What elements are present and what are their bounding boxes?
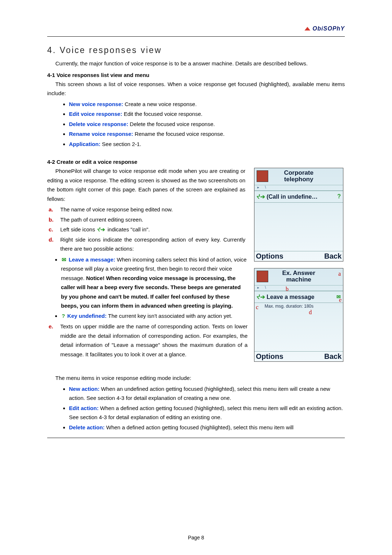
question-icon: ? <box>337 193 341 200</box>
item-c: c. Left side icons ᔪ➔ indicates "call in… <box>47 225 245 234</box>
intro-paragraph: Currently, the major function of voice r… <box>47 59 345 68</box>
softkey-back[interactable]: Back <box>324 252 342 260</box>
term: New voice response: <box>69 101 124 107</box>
sub41-heading: 4-1 Voice responses list view and menu <box>47 72 345 78</box>
item-b: b. The path of current editing screen. <box>47 215 245 224</box>
callin-icon: ᔪ➔ <box>257 194 265 200</box>
menu-intro: The menu items in voice response editing… <box>47 373 345 383</box>
desc: Delete the focused voice response. <box>130 121 215 127</box>
leave-message-icon: ✉ <box>61 255 67 264</box>
term: Leave a message: <box>69 256 117 263</box>
item-a: a. The name of voice response being edit… <box>47 205 245 214</box>
divider-bottom <box>47 438 345 438</box>
action-leave-message: ✉ Leave a message: When incoming callers… <box>61 255 259 311</box>
action-key-undefined: ? Key undefined: The current key isn't a… <box>61 311 259 321</box>
term: Edit action: <box>69 405 100 411</box>
desc: Create a new voice response. <box>124 101 196 107</box>
triangle-icon <box>305 27 310 31</box>
desc: See section 2-1. <box>102 141 141 147</box>
list-item: Edit voice response: Edit the focused vo… <box>69 109 345 119</box>
sub41-menu-list: New voice response: Create a new voice r… <box>47 100 345 149</box>
term: Delete action: <box>69 424 106 430</box>
notice-text: Notice! When recording voice message is … <box>61 275 241 309</box>
tabs-bar: ▸\ <box>254 285 343 291</box>
section-title: 4. Voice responses view <box>47 45 345 55</box>
annot-a: a <box>338 271 341 277</box>
actions-list: ✉ Leave a message: When incoming callers… <box>47 255 259 321</box>
list-item: Rename voice response: Rename the focuse… <box>69 129 345 139</box>
brand-logo: ObiSOPhY <box>305 25 345 32</box>
app-icon <box>257 271 268 282</box>
screenshot-corporate-telephony: Corporate telephony ▸\ ᔪ➔ (Call in undef… <box>254 168 343 262</box>
page-footer: Page 8 <box>0 535 392 540</box>
callin-icon: ᔪ➔ <box>257 294 265 300</box>
list-item: Application: See section 2-1. <box>69 139 345 149</box>
page-header: ObiSOPhY <box>47 23 345 34</box>
edit-mode-menu-list: New action: When an undefined action get… <box>47 384 345 432</box>
desc: Edit the focused voice response. <box>124 111 203 117</box>
annot-b: b <box>286 286 289 292</box>
annot-e: e <box>339 297 342 303</box>
list-item: Delete voice response: Delete the focuse… <box>69 119 345 129</box>
desc: When a defined action getting focused (h… <box>69 405 343 421</box>
term: New action: <box>69 386 101 392</box>
softkey-options[interactable]: Options <box>256 352 283 361</box>
annot-c: c <box>256 304 258 311</box>
term: Key undefined: <box>67 313 108 319</box>
letter-list: a. The name of voice response being edit… <box>47 205 245 254</box>
annot-d: d <box>309 309 312 316</box>
term: Application: <box>69 141 102 147</box>
sub42-heading: 4-2 Create or edit a voice response <box>47 159 345 165</box>
softkey-back[interactable]: Back <box>324 352 342 361</box>
desc: When a defined action getting focused (h… <box>106 424 294 430</box>
desc: The current key isn't associated with an… <box>108 313 232 319</box>
callin-icon: ᔪ➔ <box>97 225 106 234</box>
screenshot-ex-answer-machine: Ex. Answer machine ▸\ ᔪ➔ Leave a message… <box>254 268 343 362</box>
sub41-paragraph: This screen shows a list of voice respon… <box>47 80 345 98</box>
item-e: e. Texts on upper middle are the name of… <box>47 322 248 359</box>
divider-top <box>47 36 345 37</box>
term: Delete voice response: <box>69 121 130 127</box>
list-item: New voice response: Create a new voice r… <box>69 100 345 109</box>
item-d: d. Right side icons indicate the corresp… <box>47 235 245 254</box>
list-row[interactable]: ᔪ➔ Leave a message ✉ <box>254 291 343 303</box>
desc: Rename the focused voice response. <box>135 131 225 137</box>
term: Rename voice response: <box>69 131 135 137</box>
detail-text: Max. msg. duration: 180s <box>254 303 343 309</box>
question-icon: ? <box>61 311 66 321</box>
list-item: Delete action: When a defined action get… <box>69 423 345 432</box>
app-icon <box>257 170 268 182</box>
list-row[interactable]: ᔪ➔ (Call in undefine… ? <box>254 191 343 203</box>
term: Edit voice response: <box>69 111 124 117</box>
brand-text: ObiSOPhY <box>313 25 345 32</box>
list-item: New action: When an undefined action get… <box>69 384 345 403</box>
sub42-paragraph: PhonePilot will change to voice response… <box>47 166 245 203</box>
list-item: Edit action: When a defined action getti… <box>69 404 345 422</box>
desc: When an undefined action getting focused… <box>69 386 330 401</box>
tabs-bar: ▸\ <box>254 185 343 191</box>
softkey-options[interactable]: Options <box>256 252 283 260</box>
